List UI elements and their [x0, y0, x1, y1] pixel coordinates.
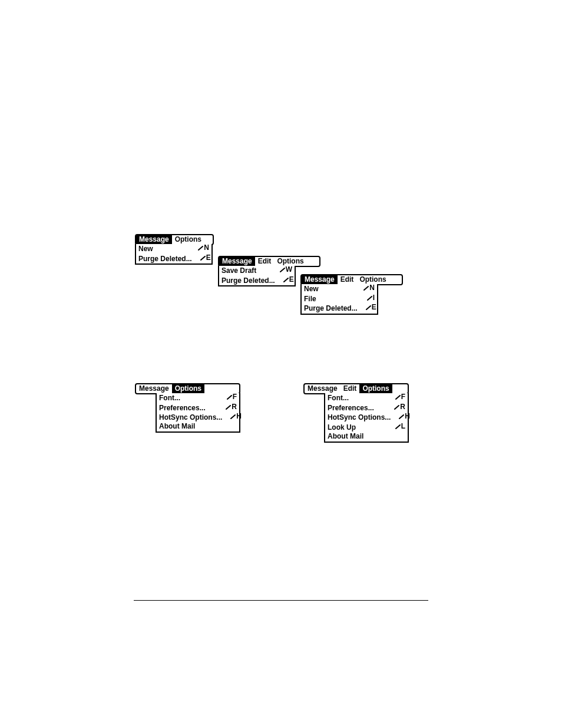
- menu-item-shortcut: F: [395, 393, 405, 401]
- menu-item-label: Font...: [328, 394, 349, 403]
- menu-item-purge-deleted[interactable]: Purge Deleted... E: [136, 254, 211, 264]
- menu-item-font[interactable]: Font... F: [325, 393, 408, 403]
- menu-item-label: About Mail: [328, 433, 363, 441]
- menu-item-shortcut: H: [399, 413, 410, 421]
- menu-bar-item-edit[interactable]: Edit: [255, 257, 275, 266]
- menu-dropdown: Save Draft W Purge Deleted... E: [218, 266, 296, 286]
- menu-item-new[interactable]: New N: [136, 244, 211, 254]
- menu-item-label: Preferences...: [328, 404, 374, 413]
- menu-item-preferences[interactable]: Preferences... R: [157, 403, 239, 413]
- menu-item-purge-deleted[interactable]: Purge Deleted... E: [302, 304, 377, 314]
- menu-item-shortcut: E: [366, 304, 376, 312]
- menu-4: Message Options Font... F Preferences...…: [135, 383, 240, 433]
- menu-bar-item-message[interactable]: Message: [305, 384, 340, 393]
- menu-item-shortcut: E: [200, 254, 211, 262]
- menu-item-label: New: [304, 285, 319, 294]
- menu-item-label: Font...: [159, 394, 180, 403]
- menu-item-new[interactable]: New N: [302, 284, 377, 294]
- menu-item-label: New: [138, 245, 153, 253]
- menu-bar-item-message[interactable]: Message: [136, 235, 172, 244]
- menu-item-save-draft[interactable]: Save Draft W: [219, 266, 295, 276]
- menu-item-shortcut: F: [227, 393, 237, 401]
- menu-item-look-up[interactable]: Look Up L: [325, 423, 408, 433]
- menu-dropdown: New N File I Purge Deleted... E: [300, 284, 378, 315]
- menu-item-file[interactable]: File I: [302, 294, 377, 304]
- menu-bar-item-message[interactable]: Message: [136, 384, 172, 393]
- menu-bar-item-edit[interactable]: Edit: [338, 275, 357, 284]
- menu-1: Message Options New N Purge Deleted... E: [135, 234, 214, 265]
- divider: [134, 600, 428, 601]
- menu-5: Message Edit Options Font... F Preferenc…: [303, 383, 409, 443]
- menu-item-shortcut: R: [226, 403, 237, 411]
- menu-bar-item-options[interactable]: Options: [172, 384, 204, 393]
- menu-item-shortcut: R: [394, 403, 405, 411]
- menu-item-shortcut: L: [395, 423, 405, 431]
- menu-dropdown: Font... F Preferences... R HotSync Optio…: [324, 393, 409, 443]
- menu-item-preferences[interactable]: Preferences... R: [325, 403, 408, 413]
- menu-item-label: Purge Deleted...: [222, 277, 275, 285]
- menu-dropdown: New N Purge Deleted... E: [135, 244, 213, 265]
- menu-item-label: Purge Deleted...: [138, 255, 192, 263]
- menu-item-shortcut: W: [280, 266, 292, 274]
- menu-bar-item-edit[interactable]: Edit: [340, 384, 360, 393]
- menu-bar-item-options[interactable]: Options: [356, 275, 389, 284]
- menu-dropdown: Font... F Preferences... R HotSync Optio…: [156, 393, 240, 433]
- menu-bar-item-options[interactable]: Options: [274, 257, 306, 266]
- menu-item-shortcut: H: [230, 413, 242, 421]
- menu-item-purge-deleted[interactable]: Purge Deleted... E: [219, 276, 295, 286]
- menu-item-label: Purge Deleted...: [304, 305, 358, 313]
- menu-item-hotsync-options[interactable]: HotSync Options... H: [157, 413, 239, 423]
- menu-item-hotsync-options[interactable]: HotSync Options... H: [325, 413, 408, 423]
- menu-item-label: Preferences...: [159, 404, 206, 413]
- menu-item-about-mail[interactable]: About Mail: [157, 423, 239, 431]
- menu-item-label: Save Draft: [222, 267, 256, 275]
- menu-item-shortcut: I: [367, 294, 375, 302]
- menu-item-label: About Mail: [159, 423, 195, 431]
- menu-item-shortcut: N: [198, 244, 209, 252]
- menu-item-label: HotSync Options...: [159, 414, 222, 422]
- menu-item-font[interactable]: Font... F: [157, 393, 239, 403]
- menu-bar-item-message[interactable]: Message: [219, 257, 255, 266]
- menu-item-about-mail[interactable]: About Mail: [325, 433, 408, 442]
- menu-item-label: File: [304, 295, 316, 304]
- menu-item-label: Look Up: [328, 424, 356, 432]
- menu-item-label: HotSync Options...: [328, 414, 391, 422]
- menu-bar-item-message[interactable]: Message: [302, 275, 338, 284]
- menu-bar-item-options[interactable]: Options: [172, 235, 204, 244]
- menu-item-shortcut: N: [363, 284, 375, 292]
- menu-item-shortcut: E: [283, 276, 294, 284]
- menu-bar-item-options[interactable]: Options: [359, 384, 392, 393]
- menu-3: Message Edit Options New N File I Purge …: [300, 274, 403, 315]
